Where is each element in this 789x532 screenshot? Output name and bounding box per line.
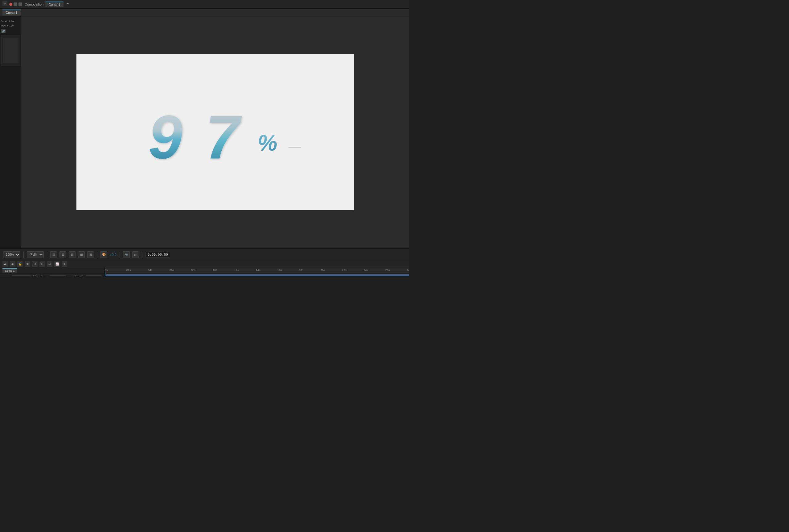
resolution-button[interactable]: ⊞ [59, 251, 66, 258]
collapse-icon[interactable]: ⊟ [32, 261, 38, 267]
timecode-display[interactable]: 0;00;00;00 [146, 252, 170, 258]
digit-7-svg: 7 [204, 98, 258, 166]
file-icon [14, 2, 17, 6]
panel-collapse-button[interactable]: » [2, 1, 7, 6]
timeline-section: ⇄ ◉ 🔒 👁 ⊟ ⊞ ◎ 📈 ≡ Comp 1 Mode Normal T T… [0, 261, 409, 276]
link-icon: 🔗 [1, 29, 5, 33]
composition-label: Composition [25, 2, 43, 6]
timeline-tracks [105, 273, 409, 276]
close-icon[interactable] [9, 3, 12, 6]
sidebar-panel [1, 35, 20, 66]
toolbar-divider-2 [47, 252, 47, 258]
parent-link-label: Parent & Link [74, 275, 84, 277]
panel-icons [9, 2, 22, 6]
canvas-content: 9 [76, 54, 354, 210]
switch-layers-icon[interactable]: ⇄ [2, 261, 8, 267]
toolbar-divider-5 [142, 252, 143, 258]
quality-select[interactable]: (Full) (Half) [27, 251, 44, 258]
track-matte-icon: ⊕ [45, 276, 48, 277]
decorative-dash [288, 147, 301, 148]
graph-editor-icon[interactable]: 📈 [54, 261, 60, 267]
ruler-24s: 24s [364, 269, 368, 272]
composition-tab[interactable]: Comp 1 [45, 2, 63, 7]
ruler-0s: 0s [105, 269, 108, 272]
video-info-section: Video Info 920 x ...0) 🔗 [1, 20, 19, 33]
camera-button[interactable]: 📷 [123, 251, 130, 258]
percentage-display: 9 [145, 98, 285, 166]
ruler-2s: 02s [126, 269, 131, 272]
left-sidebar: Video Info 920 x ...0) 🔗 [0, 16, 21, 248]
roi-button[interactable]: ⊟ [69, 251, 76, 258]
toolbar-divider-1 [23, 252, 24, 258]
quality-group: (Full) (Half) [27, 251, 44, 258]
playhead[interactable] [105, 273, 106, 276]
zoom-select[interactable]: 100% 50% 200% [3, 251, 20, 258]
save-icon [18, 2, 22, 6]
ruler-28s: 28s [407, 269, 409, 272]
transparency-button[interactable]: ▦ [78, 251, 85, 258]
ruler-18s: 18s [299, 269, 304, 272]
video-info-label: Video Info [1, 20, 19, 23]
svg-text:7: 7 [205, 102, 242, 166]
toolbar-divider-3 [97, 252, 97, 258]
shy-icon[interactable]: 👁 [25, 261, 30, 267]
chevron-right-icon: » [4, 2, 5, 5]
main-layout: Video Info 920 x ...0) 🔗 [0, 16, 409, 248]
ruler-22s: 22s [342, 269, 347, 272]
track-bar-1[interactable] [106, 274, 409, 276]
composition-canvas: 9 [76, 54, 354, 210]
zoom-group: 100% 50% 200% [3, 251, 20, 258]
frame-blend-icon[interactable]: ⊞ [39, 261, 45, 267]
toolbar-divider-4 [119, 252, 120, 258]
ruler-16s: 16s [277, 269, 282, 272]
fit-to-comp-button[interactable]: ⊡ [50, 251, 57, 258]
mode-select[interactable]: Normal [12, 276, 31, 277]
timeline-comp-tab[interactable]: Comp 1 [2, 268, 17, 273]
top-bar: » Composition Comp 1 ≡ [0, 0, 409, 8]
color-channel-button[interactable]: 🎨 [100, 251, 107, 258]
motion-blur-icon[interactable]: ◎ [47, 261, 52, 267]
solo-icon[interactable]: ◉ [10, 261, 15, 267]
timeline-comp-tab-row: Comp 1 [0, 267, 105, 274]
ruler-12s: 12s [234, 269, 239, 272]
lock-icon[interactable]: 🔒 [17, 261, 23, 267]
mode-icon[interactable]: ≡ [62, 261, 67, 267]
preview-button[interactable]: ▷ [132, 251, 139, 258]
exposure-value: +0.0 [110, 253, 116, 256]
timeline-right-panel: 0s 02s 04s 06s 08s 10s 12s 14s 16s 18s 2… [105, 267, 409, 276]
timeline-toolbar: ⇄ ◉ 🔒 👁 ⊟ ⊞ ◎ 📈 ≡ [0, 261, 409, 267]
svg-text:%: % [258, 131, 277, 155]
svg-text:9: 9 [148, 102, 183, 166]
video-info-value: 920 x ...0) [1, 24, 19, 27]
ruler-20s: 20s [321, 269, 325, 272]
ruler-26s: 26s [385, 269, 390, 272]
comp-tab[interactable]: Comp 1 [2, 10, 21, 15]
ruler-8s: 08s [191, 269, 196, 272]
bottom-toolbar: 100% 50% 200% (Full) (Half) ⊡ ⊞ ⊟ ▦ ⊞ 🎨 … [0, 248, 409, 261]
timeline-content: Comp 1 Mode Normal T Track Matte ⊕ None … [0, 267, 409, 276]
ruler-4s: 04s [148, 269, 153, 272]
percent-sign-svg: % [258, 123, 285, 160]
parent-link-select[interactable]: None [86, 276, 102, 277]
timeline-left-panel: Comp 1 Mode Normal T Track Matte ⊕ None … [0, 267, 105, 276]
timeline-mode-row: Mode Normal T Track Matte ⊕ None Parent … [0, 274, 105, 276]
grid-button[interactable]: ⊞ [87, 251, 94, 258]
ruler-10s: 10s [213, 269, 217, 272]
ruler-6s: 06s [170, 269, 174, 272]
ruler-14s: 14s [256, 269, 260, 272]
hamburger-menu-icon[interactable]: ≡ [67, 2, 69, 6]
track-matte-label: T Track Matte [33, 275, 43, 277]
composition-canvas-area: 9 [21, 16, 409, 248]
track-matte-select[interactable]: None [50, 276, 65, 277]
digit-9-svg: 9 [145, 98, 204, 166]
timeline-ruler: 0s 02s 04s 06s 08s 10s 12s 14s 16s 18s 2… [105, 267, 409, 273]
